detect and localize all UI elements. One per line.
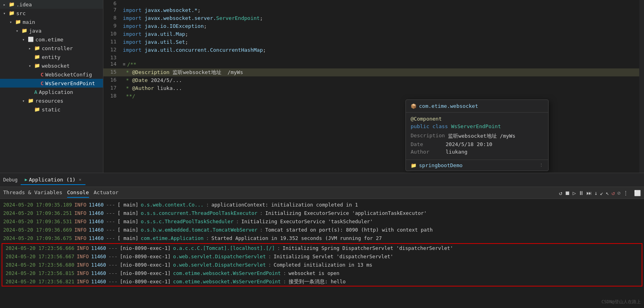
package-icon: 📦 [411,103,417,109]
folder-icon: 📁 [34,107,40,112]
java-file-icon: C [41,72,44,78]
tooltip-more: ⋮ [539,163,543,168]
tooltip-footer: 📁 springbootDemo ⋮ [406,160,548,171]
folder-icon: 📁 [21,28,27,33]
stop-icon[interactable]: ⏹ [564,190,570,196]
split-icon[interactable]: ⬜ [634,190,641,196]
sidebar-item-label: websocket [42,63,70,69]
log-line-10: 2024-05-20 17:23:56.821 INFO 11460 --- [… [2,277,642,286]
sidebar-item-idea[interactable]: 📁 .idea [0,0,103,9]
tab-threads-variables[interactable]: Threads & Variables [3,188,62,198]
sidebar-item-src[interactable]: 📁 src [0,9,103,18]
code-line-16: 16 * @Date 2024/5/... [103,76,639,84]
run-icon[interactable]: ▷ [572,190,576,196]
tooltip-body: @Component public class WsServerEndPoint… [406,113,548,160]
tooltip-annotation: @Component [411,116,543,122]
project-icon: 📁 [411,163,417,168]
console-toolbar: ↺ ⏹ ▷ ⏸ ⏭ ↓ ↙ ↖ ↺ ⊘ ⋮ ⬜ [559,190,641,196]
log-line-5: 2024-05-20 17:09:36.675 INFO 11460 --- [… [0,234,644,242]
step-into-icon[interactable]: ↙ [600,190,603,196]
code-line-13: 13 [103,54,639,60]
log-line-3: 2024-05-20 17:09:36.531 INFO 11460 --- [… [0,217,644,226]
sidebar-item-controller[interactable]: 📁 controller [0,44,103,53]
log-line-7: 2024-05-20 17:23:56.667 INFO 11460 --- [… [2,252,642,261]
pause-icon[interactable]: ⏸ [578,190,584,196]
debug-tab-label: Application (1) [29,177,76,183]
tooltip-author-field: Author liukang [411,149,543,155]
sidebar-item-label: main [23,19,35,25]
tooltip-class-decl: public class WsServerEndPoint [411,123,543,129]
sidebar-item-label: static [42,107,60,113]
console-output: 2024-05-20 17:09:35.189 INFO 11460 --- [… [0,199,644,308]
rerun-icon[interactable]: ↺ [611,190,615,196]
sidebar-item-label: Application [39,89,73,95]
code-line-7: 7 import javax.websocket.*; [103,6,639,14]
code-line-8: 8 import javax.websocket.server.ServerEn… [103,14,639,22]
log-line-2: 2024-05-20 17:09:36.251 INFO 11460 --- [… [0,209,644,217]
log-class: o.s.web.context.Co... [141,201,204,209]
sidebar-item-label: java [29,28,41,34]
folder-icon: 📁 [34,63,40,68]
tab-console[interactable]: Console [67,188,89,198]
sidebar-item-main[interactable]: 📁 main [0,18,103,26]
sidebar-item-cometime[interactable]: ⬜ com.etime [0,35,103,44]
chevron-icon [22,99,27,103]
clear-icon[interactable]: ⊘ [617,190,621,196]
chevron-icon [29,46,33,51]
chevron-icon [16,29,21,33]
tooltip-date-field: Date 2024/5/18 20:10 [411,141,543,147]
file-tree: 📁 .idea 📁 src 📁 main 📁 java ⬜ com.etime … [0,0,103,173]
tab-actuator[interactable]: Actuator [94,188,119,198]
sidebar-item-application[interactable]: A Application [0,88,103,96]
chevron-icon [3,11,8,16]
debug-tab-close[interactable]: × [79,177,81,182]
log-colon: : [206,201,209,209]
sidebar-item-wsserverendpoint[interactable]: C WsServerEndPoint [0,79,103,88]
log-line-4: 2024-05-20 17:09:36.669 INFO 11460 --- [… [0,226,644,234]
sidebar-item-label: entity [42,54,60,60]
sidebar-item-label: .idea [16,2,32,8]
folder-icon: 📁 [15,19,21,25]
step-out-icon[interactable]: ↖ [606,190,609,196]
sidebar-item-entity[interactable]: 📁 entity [0,53,103,61]
console-tab-bar: Threads & Variables Console Actuator ↺ ⏹… [0,187,644,199]
log-level: INFO [74,201,86,209]
watermark: CSDN@登山人在路上 [601,299,641,305]
refresh-icon[interactable]: ↺ [559,190,562,196]
log-date: 2024-05-20 17:09:35.189 [3,201,72,209]
code-editor[interactable]: 6 7 import javax.websocket.*; 8 import j… [103,0,639,173]
java-file-icon: C [41,80,44,86]
log-line-1: 2024-05-20 17:09:35.189 INFO 11460 --- [… [0,201,644,209]
sidebar-item-websocketconfig[interactable]: C WebSocketConfig [0,70,103,79]
chevron-icon [22,37,27,42]
sidebar-item-label: controller [42,45,73,51]
sidebar-item-resources[interactable]: 📁 resources [0,96,103,105]
main-area: 📁 .idea 📁 src 📁 main 📁 java ⬜ com.etime … [0,0,644,173]
sidebar-item-java[interactable]: 📁 java [0,26,103,35]
sidebar-item-websocket[interactable]: 📁 websocket [0,61,103,70]
sidebar-item-label: resources [35,98,63,104]
folder-src-icon: ⬜ [28,37,34,42]
more-icon[interactable]: ⋮ [623,190,628,196]
code-line-10: 10 import java.util.Map; [103,30,639,38]
log-line-9: 2024-05-20 17:23:56.815 INFO 11460 --- [… [2,269,642,277]
folder-icon: 📁 [9,2,15,7]
debug-tab-application[interactable]: ▶ Application (1) × [21,175,85,185]
sidebar-item-label: WsServerEndPoint [45,80,95,86]
code-line-6: 6 [103,0,639,6]
tooltip-popup: 📦 com.etime.websocket @Component public … [405,99,549,171]
step-over-icon[interactable]: ↓ [594,190,597,196]
resume-icon[interactable]: ⏭ [586,190,592,196]
code-line-18: 18 **/ [103,92,639,100]
sidebar-item-static[interactable]: 📁 static [0,105,103,114]
folder-icon: 📁 [9,10,15,16]
tooltip-header: 📦 com.etime.websocket [406,100,548,113]
code-line-14: 14 ≡/** [103,60,639,68]
log-pid: 11460 [89,201,104,209]
folder-icon: 📁 [34,54,40,60]
tooltip-project: springbootDemo [419,162,463,168]
scrollbar[interactable] [639,0,644,173]
log-line-8: 2024-05-20 17:23:56.680 INFO 11460 --- [… [2,261,642,269]
debug-label: Debug [3,177,17,183]
code-line-11: 11 import java.util.Set; [103,38,639,46]
